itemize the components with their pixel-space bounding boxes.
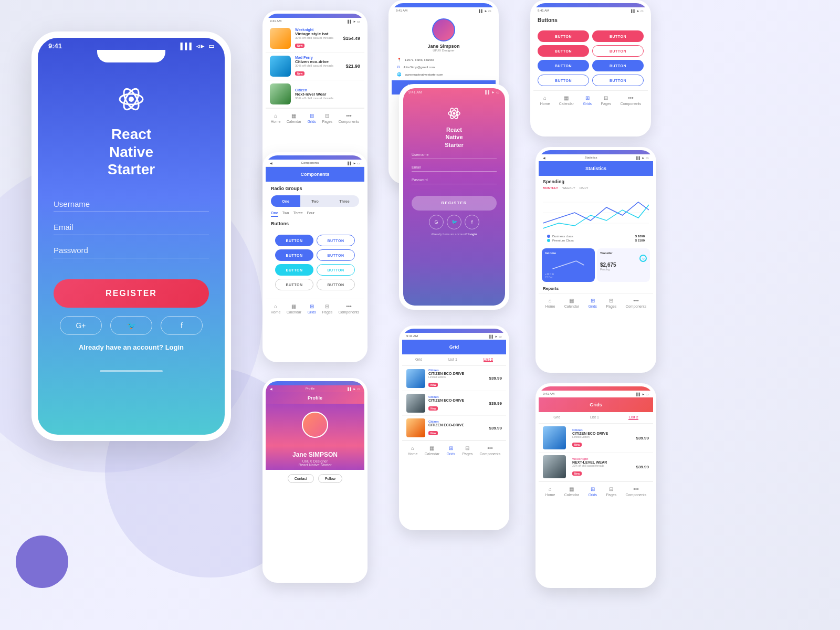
- grids-right-tab-grid[interactable]: Grid: [553, 415, 560, 420]
- comp-btn-4[interactable]: BUTTON: [317, 249, 355, 261]
- btn-showcase-8[interactable]: BUTTON: [592, 75, 644, 86]
- stats-tab-home[interactable]: ⌂Home: [545, 298, 555, 308]
- tab-home[interactable]: ⌂Home: [271, 113, 281, 123]
- product-desc-1: 30% off chill casual threads: [295, 36, 339, 39]
- google-button[interactable]: G+: [60, 316, 102, 335]
- twitter-button[interactable]: 🐦: [110, 316, 152, 335]
- btn-tab-components[interactable]: •••Components: [621, 95, 642, 106]
- btn-tab-grids[interactable]: ⊞Grids: [583, 95, 592, 106]
- grid-product-thumb-1: [406, 369, 425, 388]
- comp-buttons-grid: BUTTON BUTTON BUTTON BUTTON BUTTON BUTTO…: [271, 230, 359, 295]
- grid-tab-list2[interactable]: List 2: [484, 358, 493, 362]
- comp-tab-components[interactable]: •••Components: [339, 303, 360, 314]
- reg-facebook-btn[interactable]: f: [465, 215, 479, 229]
- grid-tab-grids[interactable]: ⊞Grids: [446, 445, 455, 456]
- stats-tab-grids[interactable]: ⊞Grids: [588, 298, 597, 308]
- user-email: JohnSimp@gmail.com: [403, 66, 435, 69]
- btn-showcase-1[interactable]: BUTTON: [538, 30, 589, 42]
- comp-tab-calendar[interactable]: ▦Calendar: [287, 303, 301, 314]
- comp-header: Components: [266, 167, 364, 182]
- comp-tab-grids[interactable]: ⊞Grids: [307, 303, 316, 314]
- legend-dot-premium: [547, 239, 550, 242]
- comp-btn-7[interactable]: BUTTON: [275, 279, 313, 290]
- btn-tab-calendar[interactable]: ▦Calendar: [559, 95, 574, 106]
- comp-btn-8[interactable]: BUTTON: [317, 279, 355, 290]
- tab-calendar[interactable]: ▦Calendar: [287, 113, 301, 123]
- contact-button[interactable]: Contact: [288, 474, 314, 483]
- comp-btn-3[interactable]: BUTTON: [275, 249, 313, 261]
- product-desc-2: 30% off chill casual threads: [295, 64, 341, 67]
- radio-two-filled[interactable]: Two: [300, 195, 330, 207]
- btn-showcase-5[interactable]: BUTTON: [538, 60, 589, 71]
- radio-three-filled[interactable]: Three: [330, 195, 359, 207]
- tab-grids[interactable]: ⊞Grids: [307, 113, 316, 123]
- grids-right-tab-calendar[interactable]: ▦Calendar: [564, 486, 579, 497]
- register-phone: 9:41 AM▌▌ ► ▭ ReactNativeStarter Usernam…: [399, 84, 509, 310]
- grids-right-tab-list2[interactable]: List 2: [628, 415, 638, 420]
- product-price-2: $21.90: [345, 64, 360, 69]
- comp-tab-pages[interactable]: ⊟Pages: [322, 303, 332, 314]
- grid-tab-list1[interactable]: List 1: [448, 358, 457, 362]
- daily-tab[interactable]: DAILY: [580, 186, 589, 190]
- radio-two-outline[interactable]: Two: [282, 211, 289, 217]
- reg-logo: ReactNativeStarter: [403, 97, 505, 153]
- btn-showcase-2[interactable]: BUTTON: [592, 30, 644, 42]
- btn-tab-pages[interactable]: ⊟Pages: [601, 95, 611, 106]
- tab-pages[interactable]: ⊟Pages: [322, 113, 332, 123]
- grid-desc-1: Limited Edition: [428, 375, 464, 379]
- grids-right-tab-grids-active[interactable]: ⊞Grids: [588, 486, 597, 497]
- grid-product-1: Citizen CITIZEN ECO-DRIVE Limited Editio…: [402, 366, 506, 391]
- radio-one-outline[interactable]: One: [271, 211, 278, 217]
- legend-premium: Premium Class $ 2189: [547, 239, 645, 242]
- grid-tab-grid[interactable]: Grid: [415, 358, 422, 362]
- btn-showcase-6[interactable]: BUTTON: [592, 60, 644, 71]
- btn-showcase-7[interactable]: BUTTON: [538, 75, 589, 86]
- radio-four-outline[interactable]: Four: [307, 211, 314, 217]
- monthly-tab[interactable]: MONTHLY: [543, 186, 558, 190]
- grids-right-tab-list1[interactable]: List 1: [590, 415, 599, 420]
- comp-tab-home[interactable]: ⌂Home: [271, 303, 281, 314]
- grid-tab-pages[interactable]: ⊟Pages: [462, 445, 472, 456]
- follow-button[interactable]: Follow: [318, 474, 342, 483]
- comp-btn-6[interactable]: BUTTON: [317, 264, 355, 276]
- facebook-button[interactable]: f: [161, 316, 203, 335]
- email-line: [54, 235, 209, 235]
- reg-twitter-btn[interactable]: 🐦: [447, 215, 461, 229]
- reg-register-btn[interactable]: REGISTER: [412, 196, 497, 211]
- radio-three-outline[interactable]: Three: [293, 211, 302, 217]
- btn-topbar: [533, 3, 648, 7]
- grid-tab-home[interactable]: ⌂Home: [408, 445, 418, 456]
- grid-tab-components[interactable]: •••Components: [480, 445, 501, 456]
- grids-right-tab-home[interactable]: ⌂Home: [545, 486, 555, 497]
- reg-status: 9:41 AM▌▌ ► ▭: [403, 88, 505, 97]
- btn-showcase-3[interactable]: BUTTON: [538, 45, 589, 57]
- grid-product-thumb-3: [406, 418, 425, 437]
- btn-showcase-4[interactable]: BUTTON: [592, 45, 644, 57]
- stats-tab-components[interactable]: •••Components: [626, 298, 647, 308]
- tab-components[interactable]: •••Components: [339, 113, 360, 123]
- product-desc-3: 30% off chill casual threads: [295, 97, 356, 100]
- radio-one-filled[interactable]: One: [271, 195, 300, 207]
- grid-price-2: $39.99: [489, 401, 502, 406]
- register-button[interactable]: REGISTER: [54, 279, 209, 308]
- reg-google-btn[interactable]: G: [429, 215, 444, 229]
- stats-topbar: [539, 150, 653, 154]
- stats-header: Statistics: [539, 161, 653, 176]
- stats-tab-pages[interactable]: ⊟Pages: [606, 298, 616, 308]
- comp-btn-1[interactable]: BUTTON: [275, 235, 313, 246]
- comp-btn-2[interactable]: BUTTON: [317, 235, 355, 246]
- grid-tab-calendar[interactable]: ▦Calendar: [425, 445, 439, 456]
- grids-right-thumb-1: [543, 426, 566, 449]
- main-status-icons: ▌▌▌ ◃► ▭: [181, 43, 214, 50]
- profile-company: React Native Starter: [269, 463, 361, 467]
- main-logo-area: React Native Starter: [38, 62, 225, 189]
- buttons-phone: 9:41 AM▌▌ ► ▭ Buttons BUTTON BUTTON BUTT…: [530, 0, 651, 136]
- btn-tab-home[interactable]: ⌂Home: [540, 95, 550, 106]
- globe-icon: 🌐: [397, 72, 402, 77]
- comp-btn-5[interactable]: BUTTON: [275, 264, 313, 276]
- grids-right-tab-pages[interactable]: ⊟Pages: [606, 486, 616, 497]
- stats-tab-calendar[interactable]: ▦Calendar: [564, 298, 579, 308]
- grids-right-tab-components[interactable]: •••Components: [626, 486, 647, 497]
- weekly-tab[interactable]: WEEKLY: [562, 186, 575, 190]
- profile-topbar: [266, 381, 364, 385]
